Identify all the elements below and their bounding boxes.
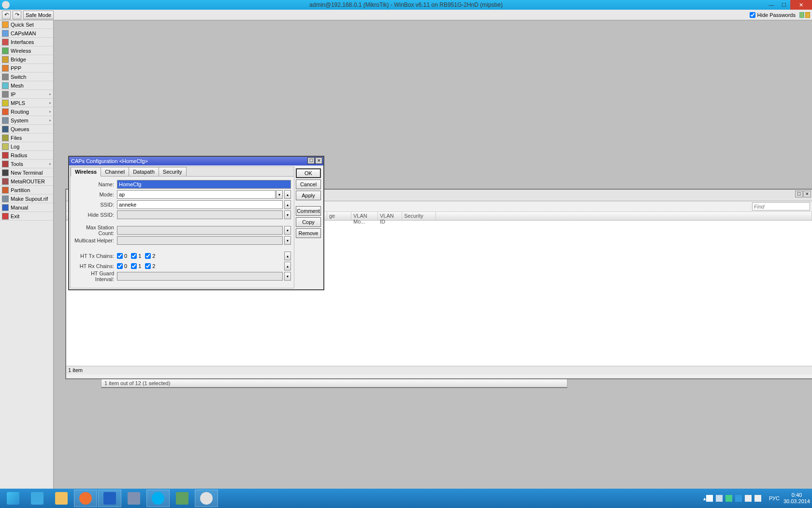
taskbar-ie[interactable]	[26, 490, 49, 507]
dialog-close-button[interactable]: ✕	[315, 157, 322, 164]
sidebar-item-files[interactable]: Files	[0, 134, 53, 142]
mode-input[interactable]	[117, 190, 276, 199]
col-security[interactable]: Security	[402, 212, 436, 220]
sidebar-item-label: Exit	[11, 213, 19, 219]
submenu-arrow-icon: ▸	[49, 92, 51, 96]
capsman-restore-button[interactable]: ☐	[795, 191, 803, 197]
col-ge[interactable]: ge	[327, 212, 351, 220]
dialog-restore-button[interactable]: ☐	[307, 157, 315, 164]
tab-datapath[interactable]: Datapath	[129, 167, 159, 176]
ht-rx-1-checkbox[interactable]	[131, 263, 137, 269]
ht-guard-down-arrow[interactable]: ▾	[284, 272, 291, 281]
multicast-down-arrow[interactable]: ▾	[284, 236, 291, 245]
taskbar-explorer[interactable]	[50, 490, 73, 507]
mode-up-arrow[interactable]: ▴	[284, 190, 291, 199]
sidebar-item-mpls[interactable]: MPLS▸	[0, 99, 53, 107]
tab-security[interactable]: Security	[159, 167, 187, 176]
menu-icon	[2, 100, 9, 106]
tray-volume-icon[interactable]	[754, 495, 761, 502]
menu-icon	[2, 204, 9, 211]
menu-icon	[2, 30, 9, 37]
sidebar-item-make-supout-rif[interactable]: Make Supout.rif	[0, 194, 53, 203]
ht-rx-up-arrow[interactable]: ▴	[284, 262, 291, 270]
ht-tx-0-checkbox[interactable]	[117, 253, 123, 259]
mode-dropdown-button[interactable]: ▾	[276, 190, 283, 199]
sidebar-item-partition[interactable]: Partition	[0, 186, 53, 194]
undo-button[interactable]: ↶	[2, 11, 11, 19]
sidebar-item-bridge[interactable]: Bridge	[0, 55, 53, 64]
language-indicator[interactable]: РУС	[769, 495, 780, 501]
sidebar-item-ppp[interactable]: PPP	[0, 64, 53, 73]
tray-network-icon[interactable]	[716, 495, 723, 502]
sidebar-item-ip[interactable]: IP▸	[0, 90, 53, 99]
max-station-down-arrow[interactable]: ▾	[284, 226, 291, 235]
safe-mode-button[interactable]: Safe Mode	[23, 11, 54, 19]
sidebar-item-exit[interactable]: Exit	[0, 212, 53, 221]
sidebar-item-tools[interactable]: Tools▸	[0, 160, 53, 168]
cancel-button[interactable]: Cancel	[296, 179, 321, 189]
sidebar-item-routing[interactable]: Routing▸	[0, 107, 53, 116]
capsman-close-button[interactable]: ✕	[803, 191, 811, 197]
menu-icon	[2, 178, 9, 185]
clock-date: 30.03.2014	[783, 498, 810, 505]
name-input[interactable]	[117, 180, 291, 189]
caps-configuration-dialog: CAPs Configuration <HomeCfg> ☐ ✕ Wireles…	[68, 156, 324, 290]
find-input[interactable]	[752, 202, 810, 210]
ok-button[interactable]: OK	[296, 168, 321, 178]
tray-flag-icon[interactable]	[706, 495, 713, 502]
sidebar-item-log[interactable]: Log	[0, 142, 53, 151]
taskbar-outlook[interactable]	[98, 490, 121, 507]
tray-battery-icon[interactable]	[745, 495, 752, 502]
tray-clock[interactable]: 0:40 30.03.2014	[783, 492, 810, 505]
ht-rx-0-checkbox[interactable]	[117, 263, 123, 269]
sidebar-item-manual[interactable]: Manual	[0, 203, 53, 212]
sidebar-item-new-terminal[interactable]: New Terminal	[0, 168, 53, 177]
tray-bt-icon[interactable]	[735, 495, 742, 502]
menu-icon	[2, 21, 9, 28]
taskbar-app1[interactable]	[122, 490, 145, 507]
sidebar-item-metarouter[interactable]: MetaROUTER	[0, 177, 53, 186]
sidebar-item-queues[interactable]: Queues	[0, 125, 53, 134]
taskbar-firefox[interactable]	[74, 490, 97, 507]
redo-button[interactable]: ↷	[13, 11, 21, 19]
col-vlan-id[interactable]: VLAN ID	[378, 212, 402, 220]
taskbar-skype[interactable]	[146, 490, 170, 507]
sidebar-item-radius[interactable]: Radius	[0, 151, 53, 160]
sidebar-item-mesh[interactable]: Mesh	[0, 81, 53, 90]
tab-wireless[interactable]: Wireless	[71, 167, 101, 177]
start-button[interactable]	[1, 490, 25, 507]
menu-icon	[2, 213, 9, 220]
menu-icon	[2, 169, 9, 176]
menu-icon	[2, 47, 9, 54]
window-close-button[interactable]: ✕	[790, 0, 812, 10]
ht-rx-2-checkbox[interactable]	[145, 263, 151, 269]
hide-passwords-checkbox[interactable]	[750, 12, 755, 18]
sidebar-item-switch[interactable]: Switch	[0, 73, 53, 81]
copy-button[interactable]: Copy	[296, 217, 321, 227]
remove-button[interactable]: Remove	[296, 228, 321, 238]
comment-button[interactable]: Comment	[296, 206, 321, 216]
sidebar-item-quick-set[interactable]: Quick Set	[0, 20, 53, 29]
ht-tx-up-arrow[interactable]: ▴	[284, 252, 291, 260]
ssid-input[interactable]	[117, 200, 283, 209]
ht-tx-1-checkbox[interactable]	[131, 253, 137, 259]
sidebar-item-wireless[interactable]: Wireless	[0, 46, 53, 55]
hide-ssid-down-arrow[interactable]: ▾	[284, 210, 291, 219]
sidebar-item-capsman[interactable]: CAPsMAN	[0, 29, 53, 38]
sidebar-item-label: Tools	[11, 161, 23, 167]
ht-tx-2-checkbox[interactable]	[145, 253, 151, 259]
hide-passwords-toggle[interactable]: Hide Passwords	[750, 12, 796, 18]
sidebar-item-interfaces[interactable]: Interfaces	[0, 38, 53, 46]
window-restore-button[interactable]: ☐	[778, 0, 790, 10]
col-vlan-mode[interactable]: VLAN Mo...	[351, 212, 378, 220]
taskbar-winbox[interactable]	[195, 490, 218, 507]
tab-channel[interactable]: Channel	[101, 167, 129, 176]
dialog-titlebar[interactable]: CAPs Configuration <HomeCfg> ☐ ✕	[69, 157, 323, 165]
taskbar-app2[interactable]	[171, 490, 194, 507]
window-minimize-button[interactable]: —	[765, 0, 778, 10]
sidebar-item-label: Routing	[11, 109, 29, 115]
tray-av-icon[interactable]	[725, 495, 732, 502]
apply-button[interactable]: Apply	[296, 191, 321, 200]
sidebar-item-system[interactable]: System▸	[0, 116, 53, 125]
ssid-up-arrow[interactable]: ▴	[284, 200, 291, 209]
